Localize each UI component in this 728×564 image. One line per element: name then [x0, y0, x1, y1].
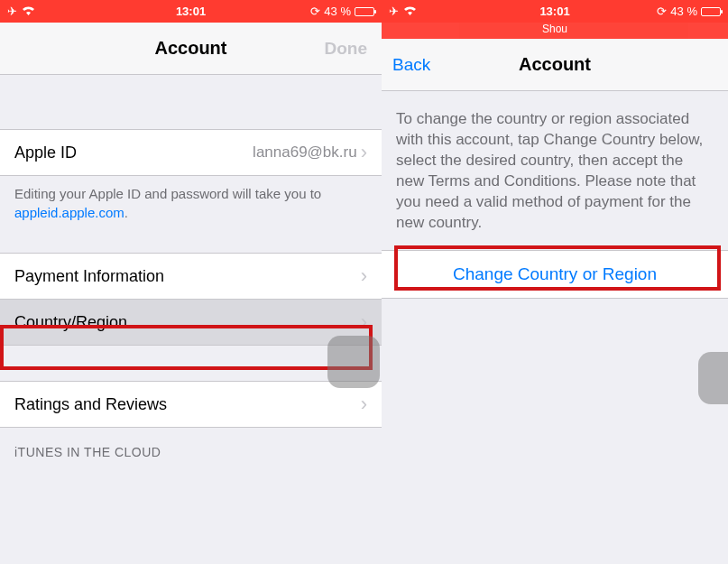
assistive-touch-icon[interactable]	[698, 352, 728, 404]
phone-screenshot-right: ✈ 13:01 ⟳ 43 % Shou Back Account To chan…	[382, 0, 728, 564]
status-time: 13:01	[539, 5, 569, 18]
payment-information-row[interactable]: Payment Information ›	[0, 253, 382, 300]
chevron-right-icon: ›	[361, 394, 367, 414]
status-subtitle: Shou	[382, 23, 728, 39]
nav-bar: Account Done	[0, 23, 382, 75]
airplane-icon: ✈	[389, 5, 399, 18]
change-country-description: To change the country or region associat…	[382, 91, 728, 250]
change-country-button[interactable]: Change Country or Region	[382, 250, 728, 299]
apple-id-footer: Editing your Apple ID and password will …	[0, 175, 382, 231]
back-button[interactable]: Back	[392, 55, 430, 75]
refresh-icon: ⟳	[657, 5, 667, 18]
battery-percent: 43 %	[670, 5, 697, 18]
nav-bar: Back Account	[382, 39, 728, 91]
wifi-icon	[22, 5, 35, 18]
status-bar: ✈ 13:01 ⟳ 43 %	[382, 0, 728, 23]
assistive-touch-icon[interactable]	[327, 336, 380, 388]
ratings-reviews-row[interactable]: Ratings and Reviews ›	[0, 381, 382, 428]
appleid-link[interactable]: appleid.apple.com	[14, 205, 124, 220]
battery-icon	[355, 7, 374, 16]
itunes-cloud-header: iTUNES IN THE CLOUD	[0, 427, 382, 467]
chevron-right-icon: ›	[361, 143, 367, 162]
chevron-right-icon: ›	[361, 312, 367, 332]
nav-title: Account	[519, 54, 591, 75]
status-time: 13:01	[176, 5, 206, 18]
battery-icon	[701, 7, 721, 16]
refresh-icon: ⟳	[310, 5, 320, 18]
done-button[interactable]: Done	[325, 39, 368, 59]
country-region-row[interactable]: Country/Region ›	[0, 299, 382, 346]
wifi-icon	[403, 5, 417, 18]
nav-title: Account	[155, 38, 227, 59]
apple-id-label: Apple ID	[14, 143, 253, 162]
phone-screenshot-left: ✈ 13:01 ⟳ 43 % Account Done Apple ID lan…	[0, 0, 382, 564]
battery-percent: 43 %	[324, 5, 351, 18]
apple-id-row[interactable]: Apple ID lanna69@bk.ru ›	[0, 129, 382, 176]
apple-id-value: lanna69@bk.ru	[253, 143, 357, 162]
status-bar: ✈ 13:01 ⟳ 43 %	[0, 0, 382, 23]
chevron-right-icon: ›	[361, 266, 367, 286]
airplane-icon: ✈	[7, 5, 17, 18]
